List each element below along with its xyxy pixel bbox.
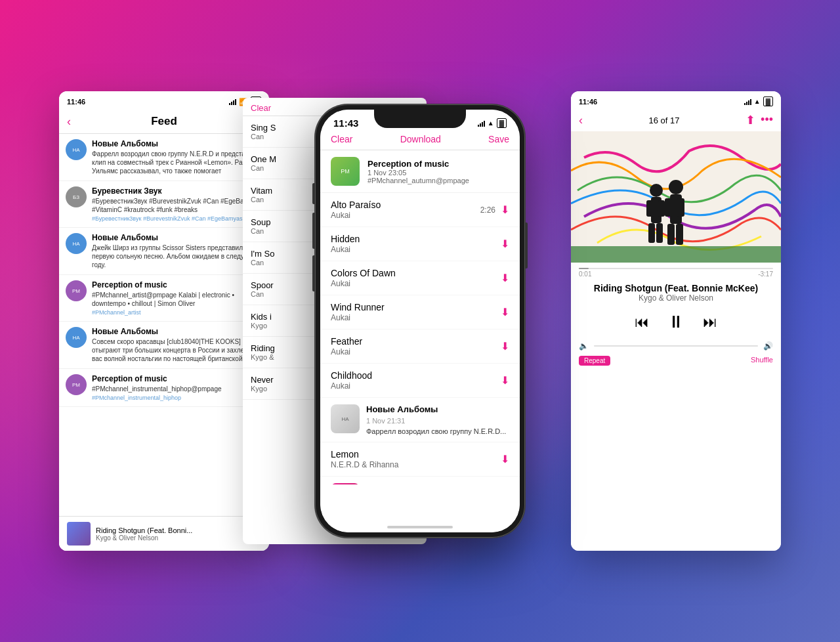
left-status-bar: 11:46 📶 █ — [59, 91, 269, 110]
download-icon-3[interactable]: ⬇ — [501, 306, 509, 318]
svg-rect-5 — [648, 223, 655, 243]
download-button[interactable]: Download — [400, 134, 441, 144]
bure-content: Буревестник Звук 1 Nov 21:02 — [366, 483, 442, 484]
feed-title: Feed — [67, 115, 261, 128]
progress-start: 0:01 — [579, 270, 591, 278]
bure-thumb: CAN — [331, 483, 360, 484]
partial-clear-btn[interactable]: Clear — [251, 103, 271, 113]
power-button[interactable] — [525, 223, 528, 268]
svg-point-1 — [650, 184, 663, 197]
track-info: Alto Paraíso Aukai — [331, 200, 480, 220]
download-icon-4[interactable]: ⬇ — [501, 340, 509, 353]
track-item-colors[interactable]: Colors Of Dawn Aukai ⬇ — [320, 261, 520, 295]
battery-icon: ▓ — [497, 118, 507, 128]
volume-high-icon: 🔊 — [763, 341, 773, 351]
repeat-button[interactable]: Repeat — [579, 356, 610, 366]
download-icon-1[interactable]: ⬇ — [501, 238, 509, 250]
feed-content-2: Буревестник Звук2h #БуревестникЗвук #Bur… — [92, 186, 262, 222]
msg-content: Новые Альбомы 1 Nov 21:31 Фаррелл возрод… — [366, 404, 506, 435]
track-item-lemon[interactable]: Lemon N.E.R.D & Rihanna ⬇ — [320, 442, 520, 477]
volume-track[interactable] — [594, 345, 758, 347]
track-item-wind[interactable]: Wind Runner Aukai ⬇ — [320, 295, 520, 330]
silent-switch[interactable] — [312, 183, 315, 204]
phone-screen: 11:43 ▲ ▓ Clear Download Save — [320, 110, 520, 532]
avatar-3: НА — [66, 233, 87, 254]
progress-fill — [579, 268, 589, 269]
message-header: PM Perception of music 1 Nov 23:05 #PMch… — [320, 150, 520, 193]
feed-content-5: Новые Альбомы3h Совсем скоро красавцы [c… — [92, 327, 262, 363]
now-playing-thumb — [67, 522, 91, 546]
feed-item-4[interactable]: PM Perception of music3h #PMchannel_arti… — [59, 275, 269, 322]
avatar-5: НА — [66, 327, 87, 348]
phone-top-bar: Clear Download Save — [320, 131, 520, 150]
save-button[interactable]: Save — [488, 134, 509, 144]
track-item-feather[interactable]: Feather Aukai ⬇ — [320, 330, 520, 364]
channel-avatar: PM — [331, 157, 360, 186]
track-info: Wind Runner Aukai — [331, 302, 501, 322]
svg-rect-3 — [646, 200, 653, 217]
back-icon-right[interactable]: ‹ — [579, 114, 583, 127]
track-counter: 16 of 17 — [649, 114, 680, 126]
avatar-6: PM — [66, 374, 87, 395]
track-info: Childhood Aukai — [331, 370, 501, 391]
progress-bar[interactable] — [579, 268, 773, 269]
track-item-childhood[interactable]: Childhood Aukai ⬇ — [320, 364, 520, 398]
feed-item-3[interactable]: НА Новые Альбомы2h Джейк Ширз из группы … — [59, 228, 269, 275]
home-indicator — [387, 526, 453, 528]
svg-rect-11 — [667, 224, 675, 245]
volume-low-icon: 🔈 — [579, 341, 589, 351]
download-icon-lemon[interactable]: ⬇ — [501, 453, 509, 465]
scene: 11:46 📶 █ ‹ Feed НА Новые Альбомы2h Фарр… — [59, 39, 781, 603]
track-title-section: Riding Shotgun (Feat. Bonnie McKee) Kygo… — [571, 280, 781, 305]
right-artist: Kygo & Oliver Nelson — [579, 293, 773, 303]
phone-status-time: 11:43 — [333, 118, 358, 129]
progress-end: -3:17 — [758, 270, 773, 278]
avatar-2: БЗ — [66, 186, 87, 207]
feed-item-6[interactable]: PM Perception of music5h #PMchannel_inst… — [59, 369, 269, 407]
track-item-hidden[interactable]: Hidden Aukai ⬇ — [320, 227, 520, 261]
avatar-4: PM — [66, 280, 87, 301]
feed-item-1[interactable]: НА Новые Альбомы2h Фаррелл возродил свою… — [59, 134, 269, 181]
progress-bar-container: 0:01 -3:17 — [571, 263, 781, 280]
album-art — [571, 131, 781, 263]
shuffle-button[interactable]: Shuffle — [751, 356, 773, 366]
progress-times: 0:01 -3:17 — [579, 270, 773, 278]
pause-button[interactable]: ⏸ — [667, 312, 684, 332]
svg-rect-12 — [676, 224, 683, 245]
feed-item-5[interactable]: НА Новые Альбомы3h Совсем скоро красавцы… — [59, 322, 269, 369]
download-icon-2[interactable]: ⬇ — [501, 272, 509, 284]
now-playing-info: Riding Shotgun (Feat. Bonni... Kygo & Ol… — [96, 526, 248, 542]
phone-inner-screen: 11:43 ▲ ▓ Clear Download Save — [320, 110, 520, 532]
clear-button[interactable]: Clear — [331, 134, 352, 144]
volume-down-button[interactable] — [312, 255, 315, 291]
more-icon[interactable]: ••• — [761, 113, 773, 127]
forward-button[interactable]: ⏭ — [703, 314, 717, 331]
feed-content-3: Новые Альбомы2h Джейк Ширз из группы Sci… — [92, 233, 262, 269]
download-icon-5[interactable]: ⬇ — [501, 374, 509, 387]
download-icon-0[interactable]: ⬇ — [501, 203, 509, 216]
message-item-novye[interactable]: НА Новые Альбомы 1 Nov 21:31 Фаррелл воз… — [320, 398, 520, 442]
right-song-title: Riding Shotgun (Feat. Bonnie McKee) — [579, 283, 773, 293]
back-icon[interactable]: ‹ — [67, 115, 71, 129]
feed-content-4: Perception of music3h #PMchannel_artist@… — [92, 280, 262, 316]
svg-point-7 — [669, 180, 683, 194]
volume-up-button[interactable] — [312, 213, 315, 249]
phone-notch — [374, 110, 466, 128]
svg-rect-13 — [571, 246, 781, 263]
svg-rect-6 — [656, 223, 663, 243]
svg-rect-4 — [658, 200, 665, 217]
right-background-screen: 11:46 ▲ ▓ ‹ 16 of 17 ⬆ ••• — [571, 91, 781, 551]
repeat-shuffle-bar: Repeat Shuffle — [571, 353, 781, 371]
rewind-button[interactable]: ⏮ — [635, 314, 649, 331]
message-item-bure[interactable]: CAN Буревестник Звук 1 Nov 21:02 — [320, 477, 520, 484]
feed-item-2[interactable]: БЗ Буревестник Звук2h #БуревестникЗвук #… — [59, 181, 269, 228]
track-info-lemon: Lemon N.E.R.D & Rihanna — [331, 449, 501, 469]
left-now-playing-bar[interactable]: Riding Shotgun (Feat. Bonni... Kygo & Ol… — [59, 516, 269, 551]
signal-bars — [478, 120, 485, 127]
avatar-1: НА — [66, 139, 87, 160]
track-list: Alto Paraíso Aukai 2:26 ⬇ Hidden Aukai — [320, 193, 520, 484]
track-item-alto[interactable]: Alto Paraíso Aukai 2:26 ⬇ — [320, 193, 520, 227]
svg-rect-9 — [665, 198, 672, 217]
svg-rect-10 — [677, 198, 684, 217]
share-icon[interactable]: ⬆ — [746, 113, 755, 127]
